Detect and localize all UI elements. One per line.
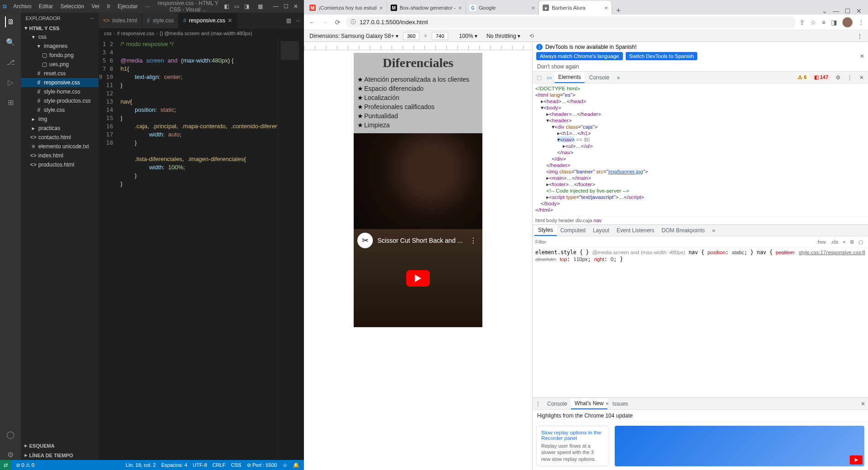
dom-node[interactable]: ▾<header> [535,117,865,124]
minimize-icon[interactable]: — [273,3,278,10]
styles-filter-input[interactable] [535,239,814,245]
minimize-icon[interactable]: — [833,7,839,15]
editor-more-icon[interactable]: ··· [296,17,300,24]
language-mode[interactable]: CSS [231,462,241,468]
dom-node[interactable]: <html lang="es"> [535,92,865,98]
ruler[interactable] [304,46,532,50]
editor-tab-responsive.css[interactable]: #responsive.css✕ [178,13,237,28]
dom-node[interactable]: </nav> [535,149,865,156]
account-icon[interactable]: ◯ [5,429,16,440]
styles-tab-layout[interactable]: Layout [589,225,613,235]
maximize-icon[interactable]: ☐ [845,7,851,15]
menu-archivo[interactable]: Archivo [10,2,34,10]
tab-elements[interactable]: Elements [554,72,585,83]
chrome-tab[interactable]: MBox-shadow generator - × [387,1,466,15]
panel-left-icon[interactable]: ◧ [224,3,229,10]
file-style.css[interactable]: #style.css [21,105,99,115]
breadcrumbs[interactable]: css›# responsive.css›{} @media screen an… [99,28,304,38]
forward-icon[interactable]: → [320,19,329,26]
styles-tab-styles[interactable]: Styles [534,225,557,236]
bookmark-star-icon[interactable]: ☆ [810,19,816,26]
dom-node[interactable]: ▾<nav> == $0 [535,136,865,143]
maximize-icon[interactable]: ☐ [283,3,288,10]
reading-list-icon[interactable]: ≡ [822,19,826,26]
dom-node[interactable]: ▸<footer>…</footer> [535,181,865,188]
file-style-productos.css[interactable]: #style-productos.css [21,96,99,105]
more-icon[interactable]: ··· [90,16,94,21]
eol-status[interactable]: CRLF [213,462,226,468]
menu-editar[interactable]: Editar [36,2,56,10]
minimap[interactable] [277,38,304,460]
menu-···[interactable]: ··· [142,2,152,10]
dom-node[interactable]: </html> [535,207,865,213]
device-width-input[interactable] [403,32,419,40]
file-contacto.html[interactable]: <>contacto.html [21,133,99,142]
file-img[interactable]: ▸img [21,115,99,124]
file-ues.png[interactable]: ▢ues.png [21,60,99,69]
dom-node[interactable]: ▸<h1>…</h1> [535,130,865,136]
filter-opt[interactable]: :hov [814,239,828,245]
close-icon[interactable]: ✕ [293,3,298,10]
tab-close-icon[interactable]: × [605,5,608,11]
close-icon[interactable]: ✕ [856,7,862,15]
tab-close-icon[interactable]: × [379,5,383,11]
source-control-icon[interactable]: ⎇ [5,57,16,68]
dom-node[interactable]: <img class="banner" src="img/banner.jpg"… [535,168,865,175]
file-practicas[interactable]: ▸practicas [21,124,99,133]
file-index.html[interactable]: <>index.html [21,151,99,160]
tab-close-icon[interactable]: × [532,5,535,11]
settings-gear-icon[interactable]: ⚙ [5,449,16,460]
dom-node[interactable]: ▸<header>…</header> [535,111,865,117]
dom-node[interactable]: <!-- Code injected by live-server --> [535,188,865,194]
menu-ver[interactable]: Ver [89,2,102,10]
dom-node[interactable]: ▾<body> [535,104,865,111]
dont-show-link[interactable]: Don't show again [533,62,868,71]
youtube-embed[interactable]: ✂ Scissor Cut Short Back and ... ⋮ [354,229,482,327]
project-section[interactable]: ▾HTML Y CSS [21,24,99,32]
devtools-close-icon[interactable]: ✕ [857,74,866,81]
section-LÍNEA DE TIEMPO[interactable]: ▸ LÍNEA DE TIEMPO [21,450,99,460]
styles-tab-event-listeners[interactable]: Event Listeners [613,225,658,235]
explorer-icon[interactable]: 🗎 [5,16,16,27]
drawer-close-icon[interactable]: ✕ [861,401,865,407]
file-imagenes[interactable]: ▾imagenes [21,42,99,51]
problems-status[interactable]: ⊘ 0 ⚠ 0 [16,462,34,468]
rendered-page[interactable]: Diferenciales Atención personalizada a l… [354,53,482,327]
tab-console[interactable]: Console [586,73,613,83]
address-bar[interactable]: ⓘ 127.0.0.1:5500/index.html [346,16,796,28]
filter-opt[interactable]: ⧉ [848,239,856,245]
menu-ir[interactable]: Ir [104,2,113,10]
chrome-tab[interactable]: M¡Comienza hoy tus estud× [306,1,387,15]
device-more-icon[interactable]: ⋮ [857,33,863,39]
device-toggle-icon[interactable]: ▭ [544,74,554,81]
styles-tab-dom-breakpoints[interactable]: DOM Breakpoints [658,225,709,235]
promo-video-thumb[interactable] [615,426,864,466]
filter-opt[interactable]: ▢ [856,239,865,245]
drawer-tab-issues[interactable]: Issues [609,399,632,409]
dom-node[interactable]: </div> [535,156,865,162]
section-ESQUEMA[interactable]: ▸ ESQUEMA [21,441,99,450]
menu-selección[interactable]: Selección [58,2,87,10]
dom-node[interactable]: ▸<script type="text/javascript">…</scrip… [535,194,865,200]
banner-close-icon[interactable]: ✕ [860,53,864,59]
promo-card[interactable]: Slow replay options in the Recorder pane… [536,426,609,466]
devtools-dock-icon[interactable]: ⋮ [845,74,854,81]
file-productos.html[interactable]: <>productos.html [21,160,99,169]
channel-avatar-icon[interactable]: ✂ [357,233,373,248]
search-icon[interactable]: 🔍 [5,37,16,47]
devtools-settings-icon[interactable]: ⚙ [833,74,842,81]
drawer-tab-whatsnew[interactable]: What's New [571,398,607,409]
play-button-icon[interactable] [406,270,430,287]
cursor-position[interactable]: Lín. 18, col. 2 [125,462,156,468]
code-editor[interactable]: /* modo resposive */ @media screen and (… [117,38,277,460]
zoom-select[interactable]: 100% ▾ [459,33,477,39]
drawer-tab-close-icon[interactable]: × [606,401,609,407]
switch-language-button[interactable]: Switch DevTools to Spanish [626,52,698,60]
dom-node[interactable]: </header> [535,162,865,168]
feedback-icon[interactable]: ☺ [282,462,288,468]
dom-node[interactable]: ▸<head>…</head> [535,98,865,104]
dom-breadcrumb[interactable]: html body header div.caja nav [533,216,868,225]
tab-close-icon[interactable]: × [459,5,462,11]
dom-node[interactable]: ▸<ul>…</ul> [535,143,865,149]
filter-opt[interactable]: .cls [828,239,841,245]
